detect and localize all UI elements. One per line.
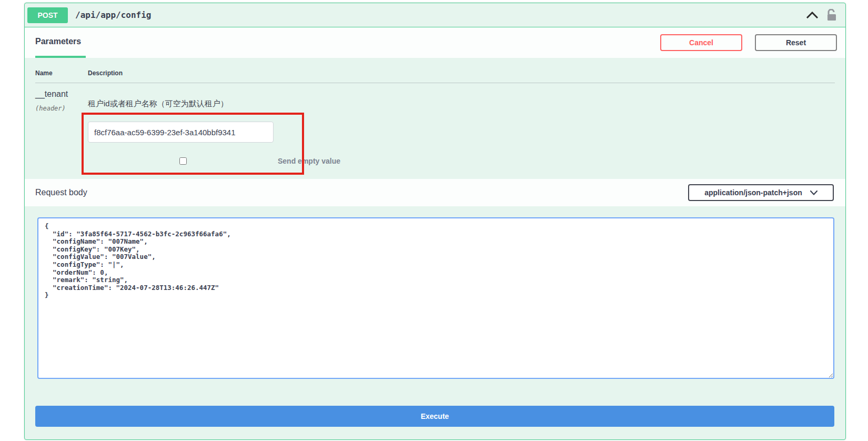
request-body-title: Request body <box>35 188 87 197</box>
tab-parameters[interactable]: Parameters <box>35 27 86 58</box>
parameters-body: Name Description __tenant (header) 租户id或… <box>25 58 845 179</box>
swagger-page: POST /api/app/config Parameter <box>0 0 868 441</box>
send-empty-value-label: Send empty value <box>278 157 340 165</box>
column-header-name: Name <box>35 69 88 77</box>
param-description: 租户id或者租户名称（可空为默认租户） <box>88 99 835 109</box>
request-body-header: Request body application/json-patch+json <box>25 179 845 206</box>
request-body-section: { "id": "3fa85f64-5717-4562-b3fc-2c963f6… <box>25 206 845 427</box>
opblock-post-config: POST /api/app/config Parameter <box>24 3 846 440</box>
param-name: __tenant <box>35 89 88 99</box>
content-type-select[interactable]: application/json-patch+json <box>688 184 834 201</box>
execute-button[interactable]: Execute <box>35 406 834 427</box>
content-type-value: application/json-patch+json <box>704 188 802 197</box>
endpoint-path: /api/app/config <box>75 10 152 20</box>
param-location: (header) <box>35 105 88 112</box>
request-body-textarea[interactable]: { "id": "3fa85f64-5717-4562-b3fc-2c963f6… <box>37 217 834 379</box>
auth-lock-open-icon[interactable] <box>826 9 837 22</box>
chevron-down-icon <box>810 191 817 195</box>
opblock-summary[interactable]: POST /api/app/config <box>25 3 845 27</box>
tenant-value-input[interactable] <box>88 122 274 143</box>
tab-parameters-label: Parameters <box>35 37 81 46</box>
parameters-table-head: Name Description <box>35 69 835 83</box>
parameters-header: Parameters Cancel Reset <box>25 27 845 58</box>
column-header-description: Description <box>88 69 835 77</box>
http-method-badge: POST <box>27 7 68 23</box>
send-empty-value-checkbox[interactable] <box>179 157 187 165</box>
collapse-chevron-up-icon[interactable] <box>806 12 818 18</box>
cancel-button[interactable]: Cancel <box>660 34 742 51</box>
reset-button[interactable]: Reset <box>755 34 837 51</box>
table-row-tenant: __tenant (header) 租户id或者租户名称（可空为默认租户） Se… <box>35 83 835 165</box>
